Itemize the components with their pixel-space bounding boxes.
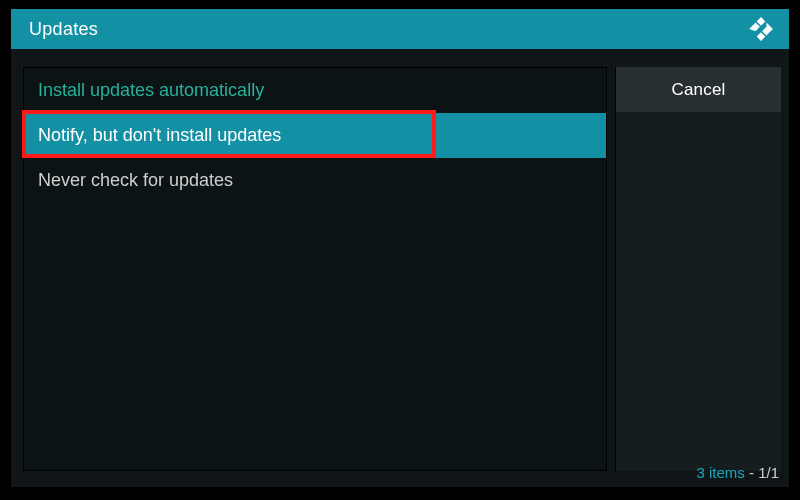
option-label: Notify, but don't install updates bbox=[38, 125, 281, 146]
option-label: Install updates automatically bbox=[38, 80, 264, 101]
side-panel: Cancel bbox=[615, 67, 781, 471]
dialog-body: Install updates automatically Notify, bu… bbox=[11, 49, 789, 487]
cancel-label: Cancel bbox=[671, 80, 725, 100]
footer-status: 3 items - 1/1 bbox=[696, 464, 779, 481]
options-list: Install updates automatically Notify, bu… bbox=[23, 67, 607, 471]
option-notify-dont-install[interactable]: Notify, but don't install updates bbox=[24, 113, 606, 158]
option-install-automatically[interactable]: Install updates automatically bbox=[24, 68, 606, 113]
cancel-button[interactable]: Cancel bbox=[616, 67, 781, 112]
option-never-check[interactable]: Never check for updates bbox=[24, 158, 606, 203]
page-indicator: 1/1 bbox=[758, 464, 779, 481]
option-label: Never check for updates bbox=[38, 170, 233, 191]
dialog-window: Updates Install updates automatically No… bbox=[10, 8, 790, 488]
kodi-logo-icon bbox=[747, 15, 775, 43]
item-count: 3 items bbox=[696, 464, 744, 481]
footer-separator: - bbox=[745, 464, 758, 481]
dialog-header: Updates bbox=[11, 9, 789, 49]
dialog-title: Updates bbox=[29, 19, 98, 40]
